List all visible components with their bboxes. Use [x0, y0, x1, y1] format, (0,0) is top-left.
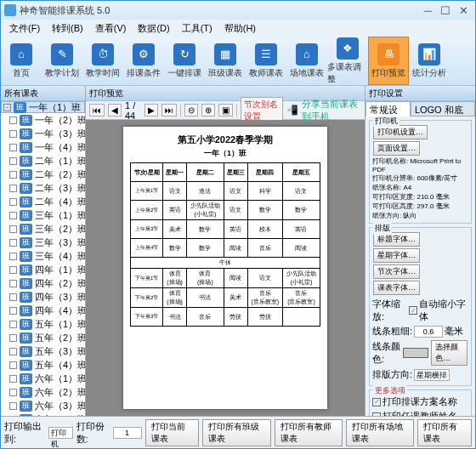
- preview-toolbar: ⏮ ◀ 1 / 44 ▶ ⏭ ⊖ ⊕ ▣ 节次别名设置 📲 分享当前课表到手机: [86, 101, 365, 120]
- layout-group: 排版 标题字体… 星期字体… 节次字体… 课表字体… 字体缩放: ✓ 自动缩小字…: [369, 227, 472, 386]
- prev-page-button[interactable]: ◀: [108, 104, 122, 117]
- choose-color-button[interactable]: 选择颜色…: [431, 340, 468, 366]
- menu-item[interactable]: 转到(B): [47, 22, 88, 35]
- app-icon: [4, 4, 16, 16]
- tree-item[interactable]: 班六年（2）班: [1, 385, 85, 399]
- tree-item[interactable]: 班一年（4）班: [1, 140, 85, 154]
- titlebar: 神奇智能排课系统 5.0 ─ ☐ ✕: [1, 1, 475, 20]
- print-sheet: 第五小学2022春季学期 一年（1）班 节次\星期星期一星期二星期三星期四星期五…: [123, 127, 327, 409]
- copies-input[interactable]: [113, 427, 142, 439]
- tool-一键排课[interactable]: ↻一键排课: [164, 37, 205, 85]
- tree-item[interactable]: 班四年（4）班: [1, 304, 85, 317]
- page-setup-button[interactable]: 页面设置…: [373, 141, 420, 156]
- tool-场地课表[interactable]: ⌂场地课表: [286, 37, 327, 85]
- menu-item[interactable]: 数据(D): [133, 22, 174, 35]
- printer-settings-button[interactable]: 打印机设置…: [373, 125, 428, 139]
- line-width-input[interactable]: [414, 326, 443, 338]
- tree-item[interactable]: 班一年（3）班: [1, 127, 85, 140]
- tree-item[interactable]: 班三年（2）班: [1, 222, 85, 236]
- left-panel-header: 所有课表: [1, 86, 85, 101]
- print-all-button[interactable]: 打印所有课表: [417, 419, 472, 446]
- right-panel: 打印设置 常规设置 LOGO 和底图 打印机 打印机设置… 页面设置… 打印机名…: [365, 86, 475, 416]
- tool-班级课表[interactable]: ▦班级课表: [205, 37, 246, 85]
- table-font-button[interactable]: 课表字体…: [373, 281, 420, 295]
- week-font-button[interactable]: 星期字体…: [373, 248, 420, 263]
- tree-item[interactable]: 班二年（4）班: [1, 195, 85, 208]
- tab-logo[interactable]: LOGO 和底图: [411, 101, 475, 117]
- tree-item[interactable]: 班二年（2）班: [1, 168, 85, 181]
- tree-item[interactable]: 班六年（4）班: [1, 412, 85, 416]
- tree-item[interactable]: 班四年（1）班: [1, 263, 85, 276]
- fit-button[interactable]: ▣: [218, 104, 233, 117]
- share-icon: 📲: [286, 105, 298, 116]
- print-classes-button[interactable]: 打印所有班级课表: [202, 419, 270, 446]
- zoom-in-button[interactable]: ⊕: [201, 104, 215, 117]
- timetable: 节次\星期星期一星期二星期三星期四星期五上午第1节语文道法语文科学语文上午第2节…: [130, 162, 320, 327]
- right-panel-header: 打印设置: [366, 86, 475, 101]
- class-tree[interactable]: -班一年（1）班班一年（2）班班一年（3）班班一年（4）班班二年（1）班班二年（…: [1, 101, 85, 416]
- tree-item[interactable]: 班二年（1）班: [1, 154, 85, 168]
- tool-首页[interactable]: ⌂首页: [1, 37, 42, 85]
- tool-统计分析[interactable]: 📊统计分析: [409, 37, 450, 85]
- footer: 打印输出到: 打印机 打印份数: 打印当前课表 打印所有班级课表 打印所有教师课…: [1, 416, 475, 448]
- menu-item[interactable]: 工具(T): [177, 22, 218, 35]
- tool-排课条件[interactable]: ⚙排课条件: [123, 37, 164, 85]
- tree-item[interactable]: 班六年（3）班: [1, 399, 85, 412]
- center-panel: 打印预览 ⏮ ◀ 1 / 44 ▶ ⏭ ⊖ ⊕ ▣ 节次别名设置 📲 分享当前课…: [86, 86, 365, 416]
- print-current-button[interactable]: 打印当前课表: [145, 419, 200, 446]
- page-viewport[interactable]: 第五小学2022春季学期 一年（1）班 节次\星期星期一星期二星期三星期四星期五…: [86, 120, 365, 416]
- tool-教学时间[interactable]: ⏱教学时间: [82, 37, 123, 85]
- tree-item[interactable]: 班六年（1）班: [1, 372, 85, 385]
- tree-item[interactable]: 班四年（2）班: [1, 276, 85, 290]
- print-places-button[interactable]: 打印所有场地课表: [346, 419, 414, 446]
- tool-打印预览[interactable]: 🖶打印预览: [368, 37, 409, 85]
- tree-item[interactable]: 班三年（3）班: [1, 236, 85, 249]
- tree-item[interactable]: 班四年（3）班: [1, 290, 85, 304]
- period-font-button[interactable]: 节次字体…: [373, 264, 420, 279]
- share-link[interactable]: 分享当前课表到手机: [302, 98, 361, 123]
- more-options-group: 更多选项 ✓打印排课方案名称打印任课教师姓名打印班主任姓名✓打印场地名称: [369, 389, 472, 416]
- tree-item[interactable]: 班五年（1）班: [1, 317, 85, 331]
- zoom-out-button[interactable]: ⊖: [184, 104, 198, 117]
- page-indicator: 1 / 44: [125, 100, 141, 121]
- settings-tabs: 常规设置 LOGO 和底图: [366, 101, 475, 117]
- tree-item[interactable]: 班三年（4）班: [1, 249, 85, 263]
- tree-item[interactable]: 班五年（3）班: [1, 344, 85, 358]
- tree-item[interactable]: 班一年（2）班: [1, 113, 85, 127]
- option-checkbox[interactable]: [372, 412, 381, 417]
- menu-item[interactable]: 文件(F): [4, 22, 45, 35]
- tool-多课表调整[interactable]: ❖多课表调整: [327, 37, 368, 85]
- tab-general[interactable]: 常规设置: [366, 101, 411, 117]
- first-page-button[interactable]: ⏮: [89, 104, 105, 117]
- menu-item[interactable]: 帮助(H): [219, 22, 261, 35]
- line-color-swatch: [403, 348, 428, 358]
- tree-item[interactable]: 班二年（3）班: [1, 181, 85, 195]
- output-select[interactable]: 打印机: [48, 427, 72, 439]
- tree-item[interactable]: 班三年（1）班: [1, 208, 85, 222]
- toolbar: ⌂首页✎教学计划⏱教学时间⚙排课条件↻一键排课▦班级课表☰教师课表⌂场地课表❖多…: [1, 37, 475, 86]
- window-title: 神奇智能排课系统 5.0: [20, 4, 110, 17]
- tool-教学计划[interactable]: ✎教学计划: [42, 37, 82, 85]
- direction-select[interactable]: 星期横排: [414, 369, 450, 381]
- auto-shrink-checkbox[interactable]: ✓: [409, 306, 417, 315]
- printer-group: 打印机 打印机设置… 页面设置… 打印机名称: Microsoft Print …: [369, 120, 472, 224]
- left-panel: 所有课表 -班一年（1）班班一年（2）班班一年（3）班班一年（4）班班二年（1）…: [1, 86, 86, 416]
- tree-item[interactable]: -班一年（1）班: [1, 101, 85, 113]
- next-page-button[interactable]: ▶: [144, 104, 158, 117]
- tree-item[interactable]: 班五年（2）班: [1, 331, 85, 344]
- print-teachers-button[interactable]: 打印所有教师课表: [275, 419, 343, 446]
- menubar: 文件(F)转到(B)查看(V)数据(D)工具(T)帮助(H): [1, 20, 475, 37]
- tree-item[interactable]: 班五年（4）班: [1, 358, 85, 372]
- menu-item[interactable]: 查看(V): [90, 22, 132, 35]
- maximize-button[interactable]: ☐: [440, 4, 450, 17]
- option-checkbox[interactable]: ✓: [372, 398, 381, 406]
- sheet-subtitle: 一年（1）班: [130, 148, 320, 159]
- tool-教师课表[interactable]: ☰教师课表: [246, 37, 286, 85]
- title-font-button[interactable]: 标题字体…: [373, 232, 420, 247]
- close-button[interactable]: ✕: [459, 4, 468, 17]
- sheet-title: 第五小学2022春季学期: [130, 134, 320, 146]
- minimize-button[interactable]: ─: [424, 4, 432, 17]
- last-page-button[interactable]: ⏭: [162, 104, 177, 117]
